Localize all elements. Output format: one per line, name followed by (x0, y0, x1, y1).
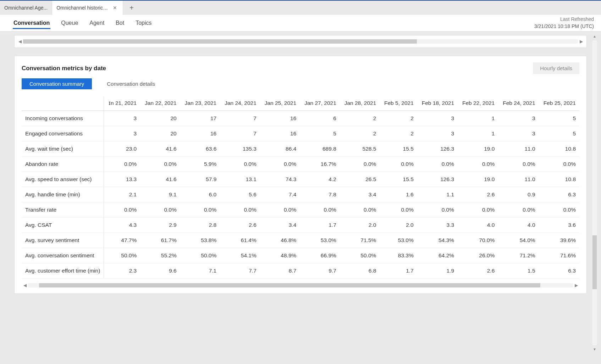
metric-value: 57.9 (180, 172, 220, 187)
hourly-details-button[interactable]: Hourly details (533, 62, 579, 74)
scroll-up-icon[interactable]: ▲ (593, 34, 596, 38)
metric-value: 6.3 (539, 187, 579, 202)
metric-value: 0.0% (539, 157, 579, 172)
inner-tabs: Conversation summary Conversation detail… (15, 78, 586, 91)
metric-value: 0.0% (380, 157, 417, 172)
metric-value: 126.3 (417, 172, 458, 187)
tab-bot[interactable]: Bot (110, 15, 130, 31)
metric-value: 3 (417, 111, 458, 126)
metric-value: 2.0 (380, 218, 417, 233)
metric-value: 5 (300, 126, 340, 141)
metric-value: 50.0% (340, 248, 380, 263)
metric-value: 16 (260, 126, 300, 141)
table-row: Transfer rate0.0%0.0%0.0%0.0%0.0%0.0%0.0… (22, 202, 579, 218)
metric-value: 53.0% (380, 233, 417, 248)
table-header-date: Jan 23, 2021 (180, 96, 220, 111)
metric-value: 5.6 (220, 187, 260, 202)
scroll-down-icon[interactable]: ▼ (593, 347, 596, 351)
metric-label: Transfer rate (22, 202, 104, 218)
table-row: Incoming conversations320177166223135 (22, 111, 579, 126)
metric-value: 1.6 (380, 187, 417, 202)
metric-value: 0.0% (104, 202, 140, 218)
tab-omnichannel-historical[interactable]: Omnichannel historical an... ✕ (52, 1, 123, 15)
metric-label: Avg. wait time (sec) (22, 141, 104, 157)
page-vertical-scrollbar[interactable]: ▲ ▼ (592, 34, 597, 351)
metric-value: 2.6 (220, 218, 260, 233)
tab-topics[interactable]: Topics (130, 15, 157, 31)
last-refreshed-label: Last Refreshed (534, 16, 594, 23)
scroll-right-icon[interactable]: ▶ (573, 283, 579, 288)
metric-value: 1.7 (300, 218, 340, 233)
metric-value: 11.0 (498, 141, 539, 157)
tab-label: Omnichannel historical an... (56, 5, 109, 11)
table-header-date: Feb 25, 2021 (539, 96, 579, 111)
metric-value: 0.0% (300, 202, 340, 218)
scroll-thumb[interactable] (39, 283, 540, 287)
metric-value: 7 (220, 111, 260, 126)
table-row: Avg. speed to answer (sec)13.341.657.913… (22, 172, 579, 187)
scroll-track[interactable] (28, 283, 573, 287)
table-body: Incoming conversations320177166223135Eng… (22, 111, 579, 279)
report-nav: Conversation Queue Agent Bot Topics Last… (0, 15, 601, 32)
metric-value: 9.7 (300, 263, 340, 279)
metric-value: 61.7% (140, 233, 180, 248)
metric-value: 5.9% (180, 157, 220, 172)
metric-value: 15.5 (380, 172, 417, 187)
table-header-date: Jan 24, 2021 (220, 96, 260, 111)
metric-value: 3.6 (539, 218, 579, 233)
table-row: Abandon rate0.0%0.0%5.9%0.0%0.0%16.7%0.0… (22, 157, 579, 172)
metric-value: 8.7 (260, 263, 300, 279)
metric-value: 0.0% (417, 202, 458, 218)
metric-value: 74.3 (260, 172, 300, 187)
tab-conversation-summary[interactable]: Conversation summary (22, 78, 92, 89)
tab-queue[interactable]: Queue (55, 15, 84, 31)
metric-label: Engaged conversations (22, 126, 104, 141)
metric-value: 1 (458, 126, 498, 141)
metric-value: 0.0% (260, 202, 300, 218)
scroll-right-icon[interactable]: ▶ (578, 39, 584, 44)
horizontal-scrollbar[interactable]: ◀ ▶ (17, 39, 584, 44)
close-icon[interactable]: ✕ (111, 5, 118, 11)
new-tab-button[interactable]: + (123, 1, 140, 15)
scroll-track[interactable] (23, 39, 578, 44)
metric-value: 0.0% (180, 202, 220, 218)
metric-value: 19.0 (458, 141, 498, 157)
metric-label: Avg. survey sentiment (22, 233, 104, 248)
metric-value: 50.0% (104, 248, 140, 263)
metric-value: 17 (180, 111, 220, 126)
metric-value: 86.4 (260, 141, 300, 157)
card-header: Conversation metrics by date Hourly deta… (15, 61, 586, 78)
metric-value: 2.8 (180, 218, 220, 233)
metric-value: 10.8 (539, 172, 579, 187)
metric-value: 9.1 (140, 187, 180, 202)
metric-value: 4.0 (498, 218, 539, 233)
metric-value: 2.1 (104, 187, 140, 202)
metric-value: 3.4 (340, 187, 380, 202)
last-refreshed-value: 3/21/2021 10:18 PM (UTC) (534, 23, 594, 30)
tab-conversation-details[interactable]: Conversation details (99, 78, 163, 89)
metric-value: 26.0% (458, 248, 498, 263)
tab-conversation[interactable]: Conversation (8, 15, 55, 31)
metric-value: 71.5% (340, 233, 380, 248)
metric-value: 54.0% (498, 233, 539, 248)
metric-value: 16 (180, 126, 220, 141)
metric-label: Avg. customer effort time (min) (22, 263, 104, 279)
horizontal-scrollbar[interactable]: ◀ ▶ (22, 283, 579, 288)
metric-value: 1.9 (417, 263, 458, 279)
metric-label: Abandon rate (22, 157, 104, 172)
table-scroll: ◀ ▶ (15, 280, 586, 288)
metric-value: 53.8% (180, 233, 220, 248)
metric-value: 4.0 (458, 218, 498, 233)
scroll-track[interactable] (592, 40, 597, 345)
metric-value: 0.0% (220, 157, 260, 172)
metric-label: Avg. CSAT (22, 218, 104, 233)
scroll-left-icon[interactable]: ◀ (22, 283, 28, 288)
scroll-left-icon[interactable]: ◀ (17, 39, 23, 44)
table-header-date: Jan 28, 2021 (340, 96, 380, 111)
scroll-thumb[interactable] (592, 235, 597, 289)
metric-value: 66.9% (300, 248, 340, 263)
tab-agent[interactable]: Agent (84, 15, 110, 31)
scroll-thumb[interactable] (23, 39, 417, 44)
tab-omnichannel-agent[interactable]: Omnichannel Age... (0, 1, 52, 15)
table-header-date: Jan 22, 2021 (140, 96, 180, 111)
